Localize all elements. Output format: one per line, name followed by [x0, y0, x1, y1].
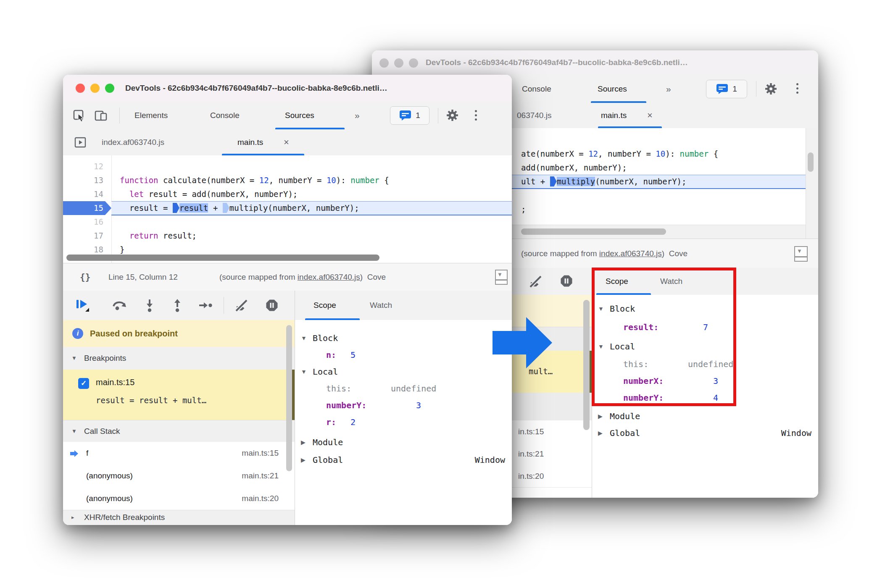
scope-section-label: Block — [313, 331, 338, 345]
collapse-triangle-icon[interactable]: ▸ — [71, 510, 74, 525]
editor-vscrollbar-thumb[interactable] — [808, 152, 814, 172]
var-name: numberY: — [326, 398, 366, 412]
scope-section-module[interactable]: ▶ Module — [592, 409, 818, 423]
callstack-section-header[interactable]: ▼ Call Stack — [63, 420, 295, 443]
step-location-marker-icon[interactable] — [173, 203, 179, 213]
toggle-navigator-icon[interactable] — [74, 136, 87, 149]
tab-console[interactable]: Console — [210, 102, 240, 129]
minimize-window-button[interactable] — [90, 84, 100, 93]
code-editor-front[interactable]: 12 13 14 16 17 18 15 function calculate(… — [63, 155, 512, 263]
scope-var-n[interactable]: n: 5 — [295, 348, 512, 362]
close-file-tab-icon[interactable]: × — [647, 103, 653, 128]
close-file-tab-icon[interactable]: × — [284, 129, 289, 155]
more-tabs-icon[interactable]: » — [666, 75, 670, 103]
breakpoint-entry[interactable]: ✓ main.ts:15 result = result + mult… — [63, 370, 295, 420]
source-map-link[interactable]: index.af063740.js — [298, 273, 360, 281]
status-bar-front: {} Line 15, Column 12 (source mapped fro… — [63, 263, 512, 291]
source-map-link[interactable]: index.af063740.js — [599, 249, 662, 258]
frame-name: f — [86, 442, 88, 465]
issues-counter-button[interactable]: 1 — [706, 80, 747, 98]
toggle-breakpoint-dock-icon[interactable]: ▼ — [495, 270, 508, 285]
tab-watch[interactable]: Watch — [370, 291, 392, 320]
scope-var-numberY[interactable]: numberY: 3 — [295, 398, 512, 412]
scope-section-global[interactable]: ▶ Global Window — [295, 453, 512, 467]
step-icon[interactable] — [198, 300, 213, 311]
scope-var-r[interactable]: r: 2 — [295, 415, 512, 429]
tab-elements[interactable]: Elements — [134, 102, 168, 129]
frame-location: main.ts:20 — [242, 487, 279, 510]
chat-bubble-icon — [716, 84, 729, 94]
scope-section-local[interactable]: ▼ Local — [295, 365, 512, 379]
file-tab-index-js[interactable]: 063740.js — [517, 103, 551, 128]
inspect-element-icon[interactable] — [72, 109, 86, 122]
file-tab-index-js[interactable]: index.af063740.js — [102, 129, 164, 155]
step-over-icon[interactable] — [112, 300, 127, 312]
tab-sources[interactable]: Sources — [285, 102, 314, 129]
window-title: DevTools - 62c6b934c4b7f676049af4b7--buc… — [125, 75, 506, 102]
tab-scope[interactable]: Scope — [313, 291, 336, 320]
breakpoint-line-badge[interactable]: 15 — [63, 201, 111, 215]
scope-section-block[interactable]: ▼ Block — [295, 331, 512, 345]
expand-triangle-icon[interactable]: ▼ — [71, 347, 77, 370]
frame-name: (anonymous) — [86, 487, 133, 510]
scope-var-this[interactable]: this: undefined — [295, 381, 512, 396]
breakpoint-checkbox[interactable]: ✓ — [78, 378, 89, 389]
deactivate-breakpoints-icon[interactable] — [529, 275, 543, 288]
collapse-triangle-icon[interactable]: ▶ — [301, 435, 306, 449]
callstack-row[interactable]: (anonymous) main.ts:21 — [63, 465, 295, 488]
file-tab-main-ts[interactable]: main.ts — [601, 103, 627, 128]
device-toolbar-icon[interactable] — [94, 109, 108, 122]
frame-location: main.ts:21 — [242, 465, 279, 487]
toggle-breakpoint-dock-icon[interactable]: ▼ — [794, 246, 808, 262]
step-location-marker-outline-icon[interactable] — [223, 203, 229, 213]
collapse-triangle-icon[interactable]: ▶ — [598, 426, 603, 440]
expand-triangle-icon[interactable]: ▼ — [71, 420, 77, 442]
titlebar-back[interactable]: DevTools - 62c6b934c4b7f676049af4b7--buc… — [372, 50, 818, 75]
issues-counter-button[interactable]: 1 — [390, 106, 429, 125]
zoom-window-button[interactable] — [105, 84, 114, 93]
breakpoints-section-header[interactable]: ▼ Breakpoints — [63, 347, 295, 370]
step-location-marker-icon[interactable] — [550, 176, 557, 186]
xhr-breakpoints-header[interactable]: ▸ XHR/fetch Breakpoints — [63, 510, 295, 525]
pause-on-exceptions-icon[interactable] — [560, 275, 573, 287]
expand-triangle-icon[interactable]: ▼ — [301, 365, 307, 379]
editor-vscrollbar-track[interactable] — [806, 128, 818, 239]
deactivate-breakpoints-icon[interactable] — [234, 299, 249, 312]
close-window-button[interactable] — [379, 58, 389, 68]
collapse-triangle-icon[interactable]: ▶ — [301, 453, 306, 467]
collapse-triangle-icon[interactable]: ▶ — [598, 409, 603, 423]
callstack-row-active[interactable]: f main.ts:15 — [63, 442, 295, 465]
code-line: return result; — [120, 229, 197, 243]
more-tabs-icon[interactable]: » — [355, 102, 359, 129]
sidebar-scrollbar-thumb[interactable] — [583, 300, 590, 430]
step-into-icon[interactable] — [144, 299, 155, 312]
tab-console[interactable]: Console — [522, 75, 551, 103]
kebab-menu-icon[interactable] — [796, 83, 798, 94]
scope-section-label: Module — [610, 409, 640, 423]
titlebar-front[interactable]: DevTools - 62c6b934c4b7f676049af4b7--buc… — [63, 75, 512, 102]
pretty-print-icon[interactable]: {} — [80, 263, 90, 291]
settings-gear-icon[interactable] — [765, 83, 777, 95]
step-out-icon[interactable] — [171, 299, 183, 312]
editor-hscrollbar-thumb[interactable] — [66, 255, 379, 261]
tab-sources[interactable]: Sources — [598, 75, 627, 103]
pause-on-exceptions-icon[interactable] — [266, 299, 278, 312]
expand-triangle-icon[interactable]: ▼ — [301, 331, 307, 345]
editor-hscrollbar-thumb[interactable] — [521, 228, 666, 235]
settings-gear-icon[interactable] — [446, 109, 458, 121]
issues-count: 1 — [732, 84, 737, 94]
chat-bubble-icon — [399, 110, 412, 121]
callstack-row[interactable]: (anonymous) main.ts:20 — [63, 487, 295, 510]
scope-section-module[interactable]: ▶ Module — [295, 435, 512, 449]
file-tab-main-ts[interactable]: main.ts — [237, 129, 263, 155]
minimize-window-button[interactable] — [394, 58, 403, 68]
sidebar-scrollbar-thumb[interactable] — [286, 325, 292, 471]
close-window-button[interactable] — [76, 84, 85, 93]
kebab-menu-icon[interactable] — [475, 110, 477, 121]
resume-script-icon[interactable] — [75, 298, 90, 312]
scope-section-label: Global — [313, 453, 343, 467]
line-number: 17 — [63, 229, 103, 243]
scope-section-global[interactable]: ▶ Global Window — [592, 426, 818, 440]
info-icon: i — [72, 328, 83, 339]
zoom-window-button[interactable] — [409, 58, 418, 68]
